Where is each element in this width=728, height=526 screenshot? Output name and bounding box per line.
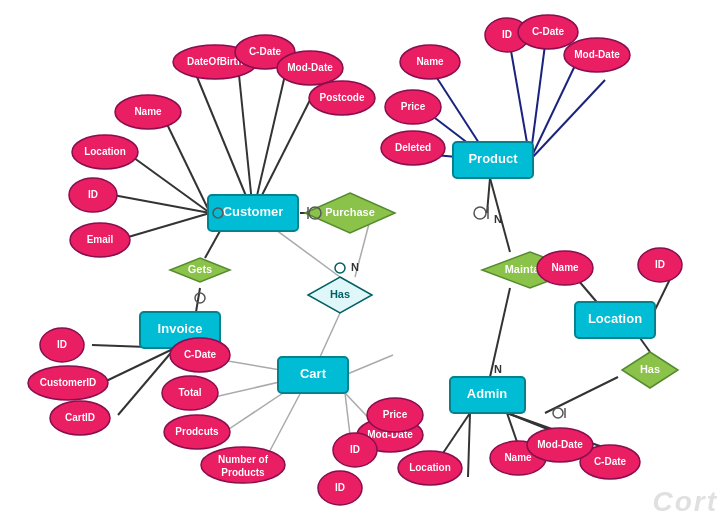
cardinality-circle-3 (553, 408, 563, 418)
cardinality-n-product: N (494, 213, 502, 225)
attr-cart-cdate-label: C-Date (184, 349, 217, 360)
svg-line-35 (118, 348, 175, 415)
svg-line-4 (195, 72, 253, 213)
attr-cart-id-label: ID (350, 444, 360, 455)
svg-line-18 (196, 288, 200, 312)
location-entity-label: Location (588, 311, 642, 326)
cardinality-circle-2 (474, 207, 486, 219)
attr-cart-price-label: Price (383, 409, 408, 420)
svg-line-5 (238, 65, 253, 213)
attr-customer-name-label: Name (134, 106, 162, 117)
svg-line-0 (165, 120, 210, 213)
svg-line-19 (320, 313, 340, 357)
svg-line-40 (345, 393, 350, 435)
attr-product-moddate-label: Mod-Date (574, 49, 620, 60)
attr-invoice-customerid-label: CustomerID (40, 377, 97, 388)
purchase-label: Purchase (325, 206, 375, 218)
svg-line-14 (530, 80, 605, 160)
svg-line-29 (545, 377, 618, 413)
attr-product-deleted-label: Deleted (395, 142, 431, 153)
cardinality-circle-5 (195, 293, 205, 303)
has2-label: Has (640, 363, 660, 375)
svg-line-42 (345, 355, 393, 375)
attr-invoice-cartid-label: CartID (65, 412, 95, 423)
attr-product-cdate-label: C-Date (532, 26, 565, 37)
attr-admin-location-label: Location (409, 462, 451, 473)
attr-cart-numproducts-label: Number of (218, 454, 269, 465)
attr-customer-id-label: ID (88, 189, 98, 200)
attr-product-name-label: Name (416, 56, 444, 67)
cardinality-circle-has (335, 263, 345, 273)
diagram-canvas: Purchase Gets Has Maintains Has Customer… (0, 0, 728, 526)
attr-customer-email-label: Email (87, 234, 114, 245)
has1-label: Has (330, 288, 350, 300)
attr-customer-cdate-label: C-Date (249, 46, 282, 57)
product-entity-label: Product (468, 151, 518, 166)
cardinality-n-cart: N (351, 261, 359, 273)
admin-entity-label: Admin (467, 386, 508, 401)
cart-entity-label: Cart (300, 366, 327, 381)
invoice-entity-label: Invoice (158, 321, 203, 336)
attr-customer-moddate-label: Mod-Date (287, 62, 333, 73)
svg-line-34 (102, 348, 175, 383)
attr-admin-moddate-label: Mod-Date (537, 439, 583, 450)
gets-label: Gets (188, 263, 212, 275)
attr-invoice-id-label: ID (57, 339, 67, 350)
attr-admin-cdate-label: C-Date (594, 456, 627, 467)
svg-line-30 (640, 338, 650, 352)
svg-line-1 (130, 155, 210, 213)
attr-customer-dob-label: DateOfBirth (187, 56, 243, 67)
attr-product-price-label: Price (401, 101, 426, 112)
svg-line-6 (253, 75, 285, 213)
customer-entity-label: Customer (223, 204, 284, 219)
attr-location-name-label: Name (551, 262, 579, 273)
svg-line-25 (468, 413, 470, 477)
svg-line-3 (118, 213, 210, 240)
attr-admin-id-label: ID (335, 482, 345, 493)
attr-customer-postcode-label: Postcode (319, 92, 364, 103)
attr-product-id-label: ID (502, 29, 512, 40)
attr-customer-location-label: Location (84, 146, 126, 157)
svg-line-2 (113, 195, 210, 213)
attr-admin-name-label: Name (504, 452, 532, 463)
attr-cart-numproducts-label2: Products (221, 467, 265, 478)
cardinality-n-admin: N (494, 363, 502, 375)
attr-cart-products-label: Prodcuts (175, 426, 219, 437)
attr-location-id-label: ID (655, 259, 665, 270)
attr-cart-total-label: Total (178, 387, 201, 398)
